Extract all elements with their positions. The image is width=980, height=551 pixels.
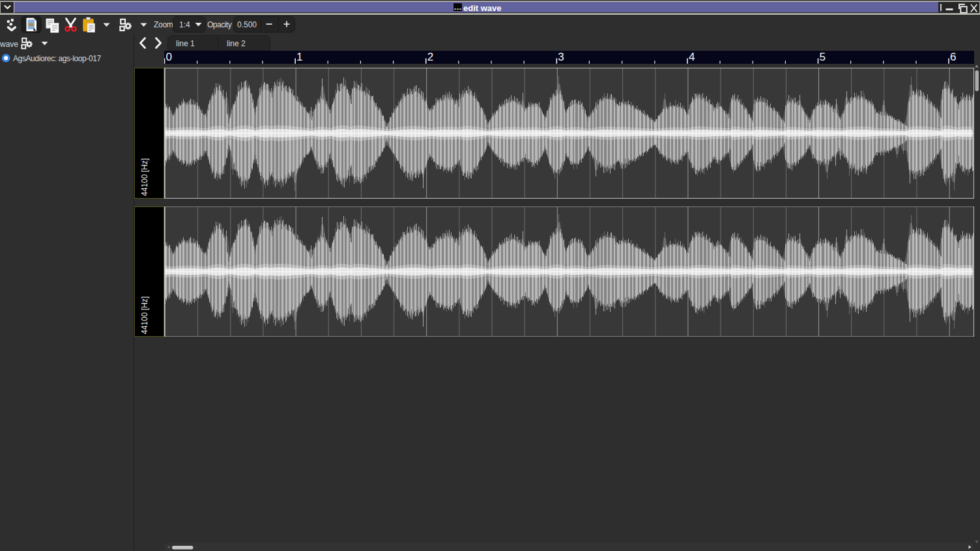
svg-text:0: 0 xyxy=(166,51,172,63)
svg-text:44100 [Hz]: 44100 [Hz] xyxy=(140,296,149,334)
svg-text:1: 1 xyxy=(296,51,302,63)
svg-text:3: 3 xyxy=(558,51,564,63)
svg-text:5: 5 xyxy=(820,51,826,63)
svg-text:2: 2 xyxy=(427,51,433,63)
svg-text:4: 4 xyxy=(689,51,695,63)
svg-text:6: 6 xyxy=(950,51,956,63)
svg-text:44100 [Hz]: 44100 [Hz] xyxy=(140,158,149,196)
